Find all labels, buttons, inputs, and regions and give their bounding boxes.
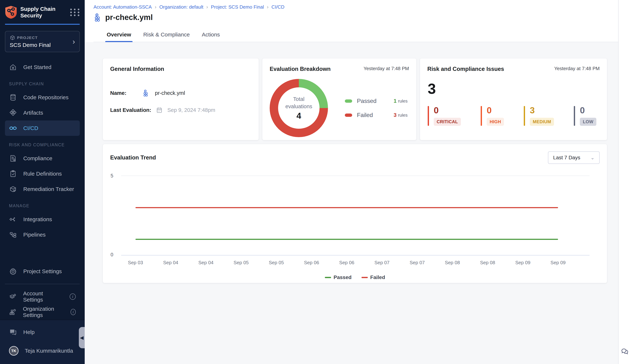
supply-chain-security-logo-icon bbox=[5, 6, 17, 19]
sidebar-item-label: Integrations bbox=[23, 216, 52, 222]
main-content: Account: Automation-SSCA › Organization:… bbox=[85, 0, 618, 364]
integrations-icon bbox=[9, 216, 17, 223]
cube-icon bbox=[10, 35, 15, 40]
info-icon[interactable]: i bbox=[70, 294, 76, 300]
severity-count: 3 bbox=[530, 106, 554, 115]
chevron-right-icon: › bbox=[73, 38, 75, 45]
passed-line-swatch-icon bbox=[325, 277, 331, 278]
card-title: Evaluation Trend bbox=[110, 154, 156, 161]
x-axis-tick: Sep 05 bbox=[269, 260, 284, 266]
sidebar-nav: Get Started SUPPLY CHAIN Code Repositori… bbox=[0, 52, 85, 242]
x-axis-tick: Sep 09 bbox=[550, 260, 566, 266]
trend-line-chart: 5 0 Sep 03Sep 04Sep 04Sep 05Sep 05Sep 06… bbox=[121, 176, 589, 256]
evaluation-trend-card: Evaluation Trend Last 7 Days ⌄ 5 0 Sep 0… bbox=[103, 144, 607, 283]
donut-center-label: evaluations bbox=[285, 103, 312, 110]
severity-badge: LOW bbox=[580, 118, 596, 126]
org-hierarchy-gear-icon bbox=[9, 308, 17, 316]
section-header-risk-compliance: RISK AND COMPLIANCE bbox=[9, 142, 80, 148]
sidebar-item-get-started[interactable]: Get Started bbox=[5, 60, 80, 75]
sidebar-item-cicd[interactable]: CI/CD bbox=[5, 120, 80, 136]
tab-risk-compliance[interactable]: Risk & Compliance bbox=[142, 29, 191, 42]
severity-bar bbox=[574, 106, 575, 126]
sidebar-item-rule-definitions[interactable]: Rule Definitions bbox=[5, 166, 80, 182]
severity-count: 0 bbox=[434, 106, 461, 115]
info-icon[interactable]: i bbox=[71, 309, 76, 315]
legend-unit: rules bbox=[398, 98, 407, 104]
severity-critical: 0 CRITICAL bbox=[428, 106, 461, 126]
passed-trend-line bbox=[135, 239, 558, 240]
breadcrumb-project[interactable]: Project: SCS Demo Final bbox=[211, 4, 264, 10]
sidebar-item-organization-settings[interactable]: Organization Settings i bbox=[5, 304, 80, 320]
x-axis-tick: Sep 06 bbox=[339, 260, 354, 266]
sidebar-footer: ? Help TK Teja Kummarikuntla bbox=[0, 320, 85, 364]
chevron-right-icon: › bbox=[267, 4, 269, 10]
name-label: Name: bbox=[110, 90, 138, 96]
sidebar-item-code-repositories[interactable]: Code Repositories bbox=[5, 90, 80, 105]
app-switcher-grid-icon[interactable] bbox=[70, 7, 80, 17]
sidebar-item-label: CI/CD bbox=[23, 125, 38, 131]
x-axis-tick: Sep 04 bbox=[163, 260, 178, 266]
chevron-down-icon: ⌄ bbox=[590, 155, 594, 160]
project-selector[interactable]: PROJECT SCS Demo Final › bbox=[5, 31, 80, 52]
date-range-select[interactable]: Last 7 Days ⌄ bbox=[548, 152, 600, 164]
project-label: PROJECT bbox=[17, 36, 38, 40]
x-axis-tick: Sep 05 bbox=[234, 260, 249, 266]
date-range-value: Last 7 Days bbox=[553, 155, 580, 160]
breadcrumb-account[interactable]: Account: Automation-SSCA bbox=[94, 4, 152, 10]
sidebar-item-user[interactable]: TK Teja Kummarikuntla bbox=[5, 343, 80, 358]
y-axis-tick: 5 bbox=[111, 173, 113, 179]
tab-bar: Overview Risk & Compliance Actions bbox=[94, 29, 618, 42]
sidebar-item-integrations[interactable]: Integrations bbox=[5, 212, 80, 227]
sidebar-item-compliance[interactable]: Compliance bbox=[5, 151, 80, 166]
sidebar-item-project-settings[interactable]: Project Settings bbox=[5, 264, 80, 279]
tab-overview[interactable]: Overview bbox=[105, 29, 133, 42]
legend-item-failed: Failed bbox=[361, 274, 385, 280]
sidebar-item-label: Help bbox=[23, 329, 35, 335]
page-title: pr-check.yml bbox=[105, 13, 153, 22]
right-rail bbox=[618, 0, 631, 364]
failed-trend-line bbox=[135, 207, 558, 208]
breadcrumb: Account: Automation-SSCA › Organization:… bbox=[94, 4, 618, 10]
card-title: Risk and Compliance Issues bbox=[427, 66, 504, 72]
tab-actions[interactable]: Actions bbox=[200, 29, 221, 42]
x-axis-tick: Sep 07 bbox=[409, 260, 425, 266]
donut-center-label: Total bbox=[293, 96, 304, 103]
passed-swatch-icon bbox=[345, 100, 352, 103]
sidebar-item-label: Code Repositories bbox=[23, 94, 69, 100]
sidebar-item-label: Project Settings bbox=[23, 268, 62, 274]
sidebar-item-remediation-tracker[interactable]: Remediation Tracker bbox=[5, 182, 80, 197]
breadcrumb-organization[interactable]: Organization: default bbox=[159, 4, 203, 10]
last-evaluation-label: Last Evaluation: bbox=[110, 107, 151, 113]
card-title: Evaluation Breakdown bbox=[270, 66, 331, 72]
sidebar-item-account-settings[interactable]: Account Settings i bbox=[5, 289, 80, 304]
breadcrumb-cicd[interactable]: CI/CD bbox=[272, 4, 285, 10]
support-chat-icon[interactable] bbox=[621, 347, 629, 356]
gear-icon bbox=[9, 268, 17, 275]
sidebar-item-label: Organization Settings bbox=[23, 306, 64, 318]
sidebar-item-artifacts[interactable]: Artifacts bbox=[5, 105, 80, 120]
sidebar-item-help[interactable]: ? Help bbox=[5, 324, 80, 340]
chevron-right-icon: › bbox=[206, 4, 208, 10]
section-header-manage: MANAGE bbox=[9, 204, 80, 208]
legend-item-passed: Passed bbox=[325, 274, 352, 280]
app-title: Supply Chain Security bbox=[20, 6, 70, 19]
trend-legend: Passed Failed bbox=[103, 274, 607, 280]
page-header: Account: Automation-SSCA › Organization:… bbox=[85, 0, 618, 42]
sidebar-collapse-handle[interactable]: ◀ bbox=[79, 327, 85, 348]
code-repository-icon bbox=[9, 94, 17, 101]
infinity-icon bbox=[9, 126, 17, 131]
sidebar-item-label: Remediation Tracker bbox=[23, 186, 74, 192]
x-axis-tick: Sep 07 bbox=[374, 260, 389, 266]
sidebar-item-pipelines[interactable]: Pipelines bbox=[5, 227, 80, 242]
sidebar: Supply Chain Security PROJECT SCS Demo F… bbox=[0, 0, 85, 364]
severity-high: 0 HIGH bbox=[481, 106, 504, 126]
severity-bar bbox=[481, 106, 482, 126]
x-axis-tick: Sep 08 bbox=[480, 260, 495, 266]
severity-count: 0 bbox=[580, 106, 596, 115]
compliance-doc-icon bbox=[9, 154, 17, 162]
risk-compliance-issues-card: Risk and Compliance Issues Yesterday at … bbox=[420, 58, 607, 140]
card-title: General Information bbox=[110, 66, 164, 72]
sidebar-item-label: Compliance bbox=[23, 155, 52, 162]
donut-total-value: 4 bbox=[296, 111, 301, 121]
calendar-icon bbox=[156, 107, 163, 113]
